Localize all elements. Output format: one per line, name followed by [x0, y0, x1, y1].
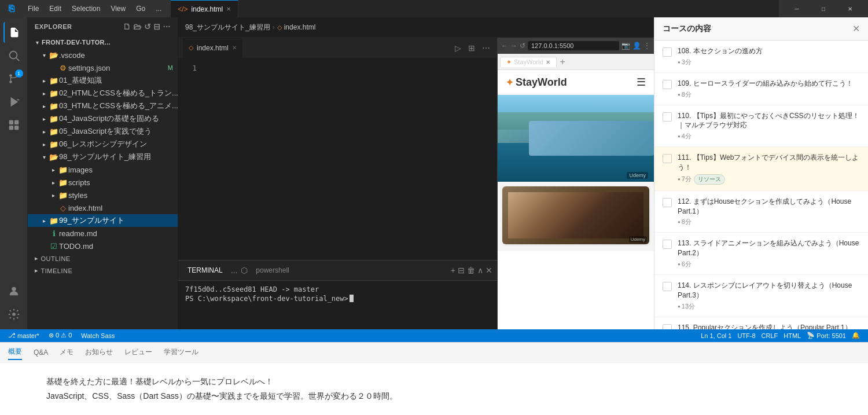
sidebar-item-images[interactable]: ▸ 📁 images [28, 163, 178, 176]
eol-status[interactable]: CRLF [759, 332, 781, 339]
course-list-item[interactable]: 113. スライドアニメーションを組み込んでみよう（House Part.2）●… [654, 233, 868, 275]
cursor-position-status[interactable]: Ln 1, Col 1 [698, 332, 734, 339]
sidebar-item-98[interactable]: ▾ 📂 98_サンプルサイト_練習用 [28, 150, 178, 163]
browser-account-icon[interactable]: 👤 [632, 42, 641, 50]
sidebar-item-readme[interactable]: ▸ ℹ readme.md [28, 227, 178, 240]
course-list-item[interactable]: 115. Popularセクションを作成しよう（Popular Part.1）●… [654, 317, 868, 329]
bottom-tab-メモ[interactable]: メモ [60, 345, 73, 359]
menu-selection[interactable]: Selection [67, 3, 105, 14]
window-close-btn[interactable]: ✕ [837, 0, 863, 17]
encoding-status[interactable]: UTF-8 [735, 332, 757, 339]
terminal-input-line[interactable]: PS C:\workspace\front-dev-tutorial_new> [185, 295, 490, 303]
course-item-checkbox[interactable] [663, 198, 672, 207]
editor-tab-close-btn[interactable]: ✕ [232, 45, 237, 51]
activity-account-icon[interactable] [3, 281, 24, 302]
tab-close-btn[interactable]: ✕ [226, 6, 231, 12]
sidebar-item-scripts[interactable]: ▸ 📁 scripts [28, 176, 178, 189]
run-preview-btn[interactable]: ▷ [453, 41, 464, 55]
editor-tab-index-html[interactable]: </> index.html ✕ [171, 0, 238, 17]
menu-dots[interactable]: ... [151, 3, 166, 14]
menu-file[interactable]: File [23, 3, 43, 14]
sidebar-item-05[interactable]: ▸ 📁 05_JavaScriptを実践で使う [28, 125, 178, 138]
course-list-item[interactable]: 112. まずはHouseセクションを作成してみよう（House Part.1）… [654, 191, 868, 233]
course-item-checkbox[interactable] [663, 112, 672, 122]
new-file-btn[interactable]: 🗋 [123, 22, 131, 31]
course-item-checkbox[interactable] [663, 282, 672, 291]
sidebar-item-index-html[interactable]: ▸ ◇ index.html [28, 201, 178, 214]
menu-edit[interactable]: Edit [45, 3, 66, 14]
sidebar-item-02[interactable]: ▸ 📁 02_HTMLとCSSを極める_トラン... [28, 87, 178, 100]
watch-sass-status[interactable]: Watch Sass [79, 332, 117, 339]
terminal-more-btn[interactable]: ... [231, 266, 238, 275]
course-list-item[interactable]: 111. 【Tips】Webフォントでデバイス間の表示を統一しよう！●7分リソー… [654, 147, 868, 191]
notification-bell[interactable]: 🔔 [849, 332, 862, 339]
collapse-btn[interactable]: ⊟ [153, 22, 161, 31]
browser-tab-close[interactable]: ✕ [546, 59, 550, 65]
bottom-tab-お知らせ[interactable]: お知らせ [85, 345, 113, 359]
course-item-checkbox[interactable] [663, 240, 672, 249]
sidebar-item-04[interactable]: ▸ 📁 04_JavaScriptの基礎を固める [28, 112, 178, 125]
browser-tab-stayworld[interactable]: ✦ StayWorld ✕ [500, 57, 557, 67]
activity-extensions-icon[interactable] [3, 115, 24, 135]
sidebar-timeline-section[interactable]: ▸ TIMELINE [28, 265, 178, 277]
sidebar-item-todo[interactable]: ▸ ☑ TODO.md [28, 240, 178, 252]
browser-forward-btn[interactable]: → [510, 42, 517, 50]
browser-reload-btn[interactable]: ↺ [520, 42, 525, 50]
activity-search-icon[interactable] [3, 45, 24, 66]
add-terminal-btn[interactable]: + [451, 266, 455, 275]
editor-tab-active[interactable]: ◇ index.html ✕ [183, 38, 242, 58]
sidebar-item-06[interactable]: ▸ 📁 06_レスポンシブデザイン [28, 138, 178, 150]
split-terminal-btn[interactable]: ⊟ [458, 266, 465, 275]
browser-menu-icon[interactable]: ⋮ [643, 42, 650, 50]
editor-more-btn[interactable]: ⋯ [480, 41, 492, 55]
terminal-collapse-btn[interactable]: ∧ [477, 266, 483, 275]
delete-terminal-btn[interactable]: 🗑 [467, 266, 475, 275]
activity-run-icon[interactable] [3, 91, 24, 112]
sidebar-item-root[interactable]: ▾ FRONT-DEV-TUTOR... [28, 36, 178, 49]
sidebar-item-03[interactable]: ▸ 📁 03_HTMLとCSSを極める_アニメ... [28, 100, 178, 112]
terminal-close-btn[interactable]: ✕ [486, 266, 492, 275]
course-list-item[interactable]: 109. ヒーロースライダーの組み込みから始めて行こう！●8分 [654, 73, 868, 105]
course-item-checkbox[interactable] [663, 80, 672, 89]
course-item-checkbox[interactable] [663, 154, 672, 163]
sidebar-item-99[interactable]: ▸ 📁 99_サンプルサイト [28, 214, 178, 227]
activity-settings-icon[interactable] [3, 304, 24, 325]
hamburger-menu-icon[interactable]: ☰ [637, 76, 646, 89]
split-editor-btn[interactable]: ⊞ [466, 41, 477, 55]
code-editor[interactable] [201, 58, 497, 260]
course-list-item[interactable]: 108. 本セクションの進め方●3分 [654, 41, 868, 73]
course-item-checkbox[interactable] [663, 47, 672, 57]
refresh-btn[interactable]: ↺ [144, 22, 152, 31]
bottom-tab-概要[interactable]: 概要 [8, 344, 22, 360]
window-minimize-btn[interactable]: ─ [784, 0, 810, 17]
git-branch-status[interactable]: ⎇ master* [6, 332, 42, 339]
sidebar-item-01[interactable]: ▸ 📁 01_基礎知識 [28, 74, 178, 87]
bottom-tab-レビュー[interactable]: レビュー [124, 345, 152, 359]
sidebar-outline-section[interactable]: ▸ OUTLINE [28, 252, 178, 265]
course-item-checkbox[interactable] [663, 324, 672, 329]
sidebar-header-dots[interactable]: ··· [163, 22, 171, 31]
sidebar-item-settings-json[interactable]: ▸ ⚙ settings.json M [28, 61, 178, 74]
sidebar-item-styles[interactable]: ▸ 📁 styles [28, 189, 178, 201]
menu-view[interactable]: View [106, 3, 130, 14]
browser-screenshot-icon[interactable]: 📷 [621, 42, 630, 50]
port-status[interactable]: 📡 Port: 5501 [804, 332, 848, 339]
activity-explorer-icon[interactable] [3, 22, 24, 43]
language-status[interactable]: HTML [781, 332, 803, 339]
errors-status[interactable]: ⊗ 0 ⚠ 0 [46, 332, 74, 339]
bottom-tab-Q&A[interactable]: Q&A [34, 346, 48, 359]
course-list-item[interactable]: 114. レスポンシブにレイアウトを切り替えよう（House Part.3）●1… [654, 275, 868, 317]
resource-badge[interactable]: リソース [694, 174, 725, 185]
sidebar-item-vscode[interactable]: ▾ 📂 .vscode [28, 49, 178, 61]
window-maximize-btn[interactable]: □ [810, 0, 837, 17]
activity-source-control-icon[interactable]: 1 [3, 68, 24, 89]
browser-url-bar[interactable]: 127.0.0.1:5500 [528, 41, 619, 50]
new-folder-btn[interactable]: 🗁 [133, 22, 142, 31]
new-browser-tab-btn[interactable]: + [558, 57, 568, 67]
bottom-tab-学習ツール[interactable]: 学習ツール [164, 345, 198, 359]
course-panel-close-btn[interactable]: ✕ [852, 23, 860, 34]
menu-go[interactable]: Go [131, 3, 150, 14]
terminal-tab[interactable]: TERMINAL [183, 264, 227, 277]
course-list-item[interactable]: 110. 【Tips】最初にやっておくべきCSSのリセット処理！｜マルチブラウザ… [654, 105, 868, 148]
browser-back-btn[interactable]: ← [501, 42, 508, 50]
